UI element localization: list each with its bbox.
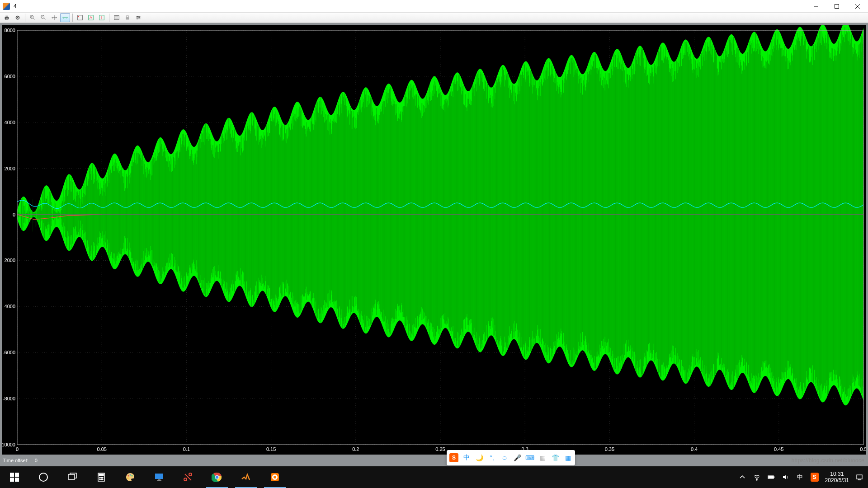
zoom-x-icon[interactable] (60, 13, 70, 22)
svg-point-81 (184, 478, 187, 481)
svg-text:0.35: 0.35 (605, 446, 614, 452)
svg-point-5 (17, 17, 19, 19)
window-titlebar: 4 (0, 0, 868, 12)
svg-text:0.05: 0.05 (97, 446, 106, 452)
svg-text:0.5: 0.5 (860, 446, 866, 452)
system-tray: 中 S 10:31 2020/5/31 (738, 466, 868, 488)
autoscale-y-icon[interactable] (97, 13, 107, 22)
snip-taskbar-icon[interactable] (174, 466, 203, 488)
autoscale-icon[interactable] (75, 13, 85, 22)
ime-moon-icon[interactable]: 🌙 (475, 453, 484, 462)
svg-text:-2000: -2000 (3, 258, 15, 263)
matlab-icon (3, 3, 10, 10)
svg-rect-9 (89, 15, 94, 20)
tray-notifications-icon[interactable] (855, 473, 863, 481)
svg-text:0: 0 (16, 446, 19, 452)
ime-emoji-icon[interactable]: ☺ (500, 453, 509, 462)
svg-text:0.2: 0.2 (352, 446, 359, 452)
window-close-button[interactable] (847, 0, 868, 12)
svg-point-64 (39, 473, 47, 481)
ime-lang-icon[interactable]: 中 (462, 453, 471, 462)
ime-skin-icon[interactable]: ▦ (538, 453, 547, 462)
tray-date: 2020/5/31 (825, 477, 849, 483)
svg-rect-93 (857, 475, 862, 479)
matlab-taskbar-icon[interactable] (231, 466, 260, 488)
start-button[interactable] (0, 466, 29, 488)
ime-logo-icon[interactable]: S (449, 453, 458, 462)
ime-punct-icon[interactable]: °, (487, 453, 496, 462)
scope-statusbar: Time offset: 0 (2, 456, 866, 465)
foxit-taskbar-icon[interactable] (260, 466, 289, 488)
windows-taskbar: 中 S 10:31 2020/5/31 (0, 466, 868, 488)
svg-rect-12 (126, 17, 129, 19)
scope-plot-area[interactable]: -10000-8000-6000-4000-200002000400060008… (2, 25, 866, 455)
svg-text:0.4: 0.4 (691, 446, 698, 452)
ime-grid-icon[interactable]: ▦ (563, 453, 572, 462)
svg-point-13 (137, 16, 138, 17)
svg-point-77 (127, 477, 128, 479)
ime-floating-bar[interactable]: S 中 🌙 °, ☺ 🎤 ⌨ ▦ 👕 ▦ (447, 450, 575, 465)
ime-shirt-icon[interactable]: 👕 (551, 453, 560, 462)
svg-rect-91 (774, 477, 774, 478)
svg-rect-63 (15, 478, 19, 482)
window-maximize-button[interactable] (826, 0, 847, 12)
print-icon[interactable] (2, 13, 12, 22)
svg-point-72 (101, 479, 102, 480)
svg-text:-4000: -4000 (3, 304, 15, 309)
svg-rect-11 (114, 16, 119, 20)
ime-keyboard-icon[interactable]: ⌨ (525, 453, 534, 462)
svg-text:8000: 8000 (5, 28, 15, 33)
tray-ime-lang-icon[interactable]: 中 (796, 473, 804, 481)
paint-taskbar-icon[interactable] (116, 466, 145, 488)
svg-text:-8000: -8000 (3, 396, 15, 401)
autoscale-x-icon[interactable] (86, 13, 96, 22)
zoom-xy-icon[interactable] (49, 13, 59, 22)
settings-icon[interactable] (13, 13, 23, 22)
svg-text:0.25: 0.25 (435, 446, 445, 452)
svg-rect-80 (157, 480, 161, 481)
svg-rect-8 (78, 15, 83, 20)
svg-point-15 (137, 18, 137, 19)
svg-text:0: 0 (13, 212, 15, 217)
scope-svg: -10000-8000-6000-4000-200002000400060008… (2, 25, 866, 455)
chrome-taskbar-icon[interactable] (203, 466, 231, 488)
svg-rect-78 (155, 474, 163, 479)
zoom-out-icon[interactable] (38, 13, 48, 22)
svg-text:-6000: -6000 (3, 350, 15, 355)
svg-point-14 (139, 17, 140, 18)
svg-rect-61 (15, 473, 19, 477)
svg-point-68 (99, 477, 100, 478)
tray-chevron-icon[interactable] (738, 473, 746, 481)
params-icon[interactable] (133, 13, 143, 22)
svg-point-69 (101, 477, 102, 478)
status-label: Time offset: (3, 458, 28, 463)
window-title: 4 (14, 3, 17, 9)
taskview-button[interactable] (58, 466, 87, 488)
svg-rect-67 (99, 474, 104, 476)
svg-point-76 (131, 475, 132, 476)
svg-rect-65 (68, 474, 75, 479)
svg-point-82 (189, 473, 192, 476)
legend-icon[interactable] (112, 13, 122, 22)
tray-volume-icon[interactable] (782, 473, 790, 481)
svg-point-73 (102, 479, 103, 480)
svg-point-70 (102, 477, 103, 478)
svg-point-75 (129, 474, 131, 475)
status-value: 0 (35, 458, 38, 463)
svg-text:6000: 6000 (5, 74, 15, 79)
zoom-in-icon[interactable] (28, 13, 38, 22)
svg-text:-10000: -10000 (2, 442, 15, 447)
tray-ime-logo-icon[interactable]: S (811, 473, 819, 481)
lock-icon[interactable] (123, 13, 132, 22)
tray-wifi-icon[interactable] (753, 473, 761, 481)
svg-rect-2 (5, 16, 8, 17)
desktop-taskbar-icon[interactable] (145, 466, 174, 488)
tray-time: 10:31 (825, 471, 849, 477)
calculator-taskbar-icon[interactable] (87, 466, 116, 488)
svg-text:2000: 2000 (5, 166, 15, 171)
tray-clock[interactable]: 10:31 2020/5/31 (825, 471, 849, 483)
tray-battery-icon[interactable] (767, 473, 775, 481)
cortana-button[interactable] (29, 466, 58, 488)
ime-mic-icon[interactable]: 🎤 (513, 453, 522, 462)
window-minimize-button[interactable] (806, 0, 826, 12)
